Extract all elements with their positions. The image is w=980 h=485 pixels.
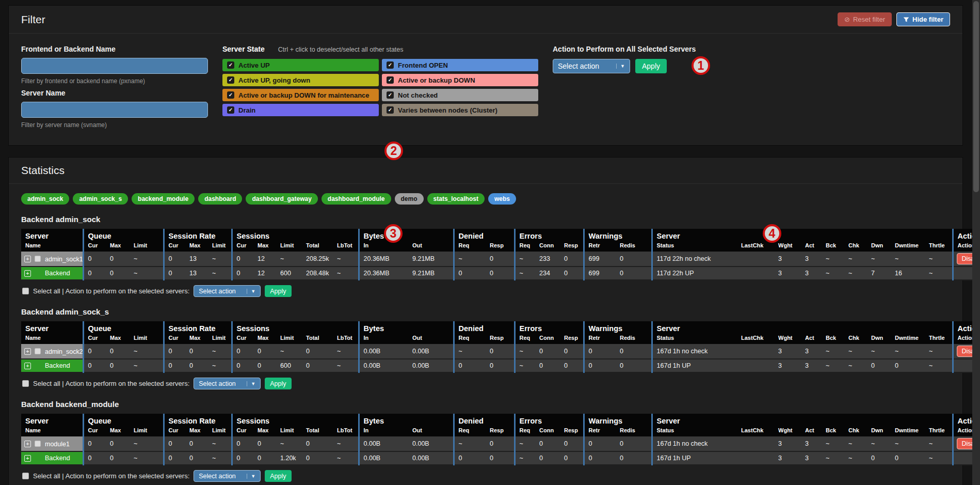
cell-bytes-out: 0.00B: [408, 436, 454, 451]
backend-pill-dashboard[interactable]: dashboard: [198, 193, 242, 205]
cell-errors-resp: 0: [560, 252, 584, 267]
server-state-label: Server State: [222, 45, 265, 53]
state-toggle-active-or-backup-down[interactable]: ✓Active or backup DOWN: [382, 74, 538, 86]
cell-server-act: 3: [801, 252, 822, 267]
expand-icon[interactable]: +: [24, 256, 31, 262]
cell-server-status: 167d 1h no check: [652, 436, 737, 451]
row-action-select[interactable]: Select action▼: [194, 285, 261, 297]
state-toggle-varies-between-nodes-cluster[interactable]: ✓Varies between nodes (Cluster): [382, 104, 538, 116]
svname-input[interactable]: [21, 102, 208, 118]
backend-pill-stats-localhost[interactable]: stats_localhost: [427, 193, 485, 205]
server-name-cell[interactable]: +Backend: [21, 451, 83, 465]
server-name-cell[interactable]: +admin_sock2: [21, 344, 83, 359]
state-toggle-active-or-backup-down-for-maintenance[interactable]: ✓Active or backup DOWN for maintenance: [222, 89, 379, 101]
col-server-lastchk: LastChk: [737, 426, 774, 436]
col-group-warnings: Warnings: [584, 414, 652, 426]
cell-sessions-lbtot: ~: [333, 451, 359, 465]
apply-button[interactable]: Apply: [265, 378, 291, 389]
expand-icon[interactable]: +: [24, 270, 31, 277]
row-checkbox[interactable]: [35, 348, 41, 354]
row-checkbox[interactable]: [35, 256, 41, 262]
hide-filter-button[interactable]: Hide filter: [896, 12, 950, 26]
backend-section-backend-admin-sock: Backend admin_sockServerQueueSession Rat…: [21, 215, 950, 297]
apply-button[interactable]: Apply: [265, 285, 291, 297]
col-group-errors: Errors: [515, 414, 584, 426]
cell-warnings-redis: 0: [616, 436, 652, 451]
col-server-bck: Bck: [822, 334, 844, 344]
col-session-rate-cur: Cur: [164, 334, 185, 344]
server-name-cell[interactable]: +Backend: [21, 267, 83, 280]
backend-pill-dashboard-module[interactable]: dashboard_module: [322, 193, 391, 205]
cell-denied-resp: 0: [486, 359, 515, 372]
server-name-cell[interactable]: +Backend: [21, 359, 83, 372]
pxname-input[interactable]: [21, 58, 208, 74]
state-toggle-active-up[interactable]: ✓Active UP: [222, 59, 379, 71]
col-server-chk: Chk: [844, 426, 867, 436]
cell-sessions-cur: 0: [232, 252, 253, 267]
svname-hint: Filter by server name (svname): [21, 121, 208, 129]
cell-queue-max: 0: [106, 359, 130, 372]
cell-denied-req: ~: [454, 344, 486, 359]
cell-sessions-max: 12: [253, 267, 276, 280]
apply-button[interactable]: Apply: [265, 470, 291, 482]
table-row-admin-sock1: +admin_sock100~013~012~208.25k~20.36MB9.…: [21, 252, 980, 267]
col-group-sessions: Sessions: [232, 321, 359, 334]
cell-server-chk: ~: [844, 252, 867, 267]
cell-sessions-total: 0: [302, 451, 333, 465]
state-toggle-not-checked[interactable]: ✓Not checked: [382, 89, 538, 101]
backend-pill-admin-sock[interactable]: admin_sock: [21, 193, 69, 205]
cell-server-lastchk: [737, 252, 774, 267]
cell-errors-conn: 0: [535, 451, 560, 465]
scrollbar-thumb[interactable]: [973, 1, 979, 192]
server-name: Backend: [45, 270, 70, 277]
server-name-cell[interactable]: +module1: [21, 436, 83, 451]
expand-icon[interactable]: +: [24, 455, 31, 462]
expand-icon[interactable]: +: [24, 348, 31, 355]
col-session-rate-cur: Cur: [164, 426, 185, 436]
scrollbar[interactable]: [972, 0, 980, 485]
row-action-select[interactable]: Select action▼: [194, 378, 261, 389]
bulk-apply-button[interactable]: Apply: [635, 59, 667, 73]
backend-pill-admin-sock-s[interactable]: admin_sock_s: [73, 193, 128, 205]
bulk-action-select[interactable]: Select action ▼: [553, 59, 630, 73]
col-sessions-max: Max: [253, 334, 276, 344]
hide-filter-label: Hide filter: [912, 15, 943, 23]
server-name-cell[interactable]: +admin_sock1: [21, 252, 83, 267]
bulk-action-select-value: Select action: [558, 62, 599, 70]
col-group-server: Server: [21, 321, 83, 334]
cell-server-act: 3: [801, 451, 822, 465]
expand-icon[interactable]: +: [24, 363, 31, 369]
col-warnings-retr: Retr: [584, 241, 616, 252]
select-all-label: Select all | Action to perform on the se…: [33, 472, 189, 480]
cell-server-dwn: 7: [867, 267, 891, 280]
backend-section-backend-admin-sock-s: Backend admin_sock_sServerQueueSession R…: [21, 307, 950, 389]
cell-sessions-total: 0: [302, 359, 333, 372]
expand-icon[interactable]: +: [24, 441, 31, 447]
col-sessions-limit: Limit: [276, 241, 302, 252]
page: Filter ⊘ Reset filter Hide filter Fronte…: [0, 0, 980, 485]
backend-pill-webs[interactable]: webs: [488, 193, 516, 205]
cell-session-rate-cur: 0: [164, 267, 185, 280]
backend-pill-dashboard-gateway[interactable]: dashboard_gateway: [246, 193, 317, 205]
col-group-server: Server: [21, 414, 83, 426]
col-denied-resp: Resp: [486, 426, 515, 436]
cell-sessions-cur: 0: [232, 436, 253, 451]
select-all-checkbox[interactable]: [22, 380, 29, 387]
cell-bytes-in: 0.00B: [359, 344, 408, 359]
row-action-select[interactable]: Select action▼: [194, 470, 261, 482]
state-toggle-frontend-open[interactable]: ✓Frontend OPEN: [382, 59, 538, 71]
state-toggle-drain[interactable]: ✓Drain: [222, 104, 379, 116]
col-session-rate-cur: Cur: [164, 241, 185, 252]
select-all-checkbox[interactable]: [22, 288, 29, 294]
backend-pill-backend-module[interactable]: backend_module: [132, 193, 195, 205]
select-all-checkbox[interactable]: [22, 473, 29, 479]
backend-pill-demo[interactable]: demo: [395, 193, 424, 205]
col-group-denied: Denied: [454, 414, 515, 426]
state-toggle-active-up-going-down[interactable]: ✓Active UP, going down: [222, 74, 379, 86]
backend-section-backend-backend-module: Backend backend_moduleServerQueueSession…: [21, 400, 950, 482]
col-server-wght: Wght: [774, 334, 801, 344]
reset-filter-button[interactable]: ⊘ Reset filter: [838, 12, 892, 26]
row-checkbox[interactable]: [35, 441, 41, 447]
cell-server-thrtle: ~: [925, 344, 953, 359]
checkbox-checked-icon: ✓: [227, 106, 234, 114]
